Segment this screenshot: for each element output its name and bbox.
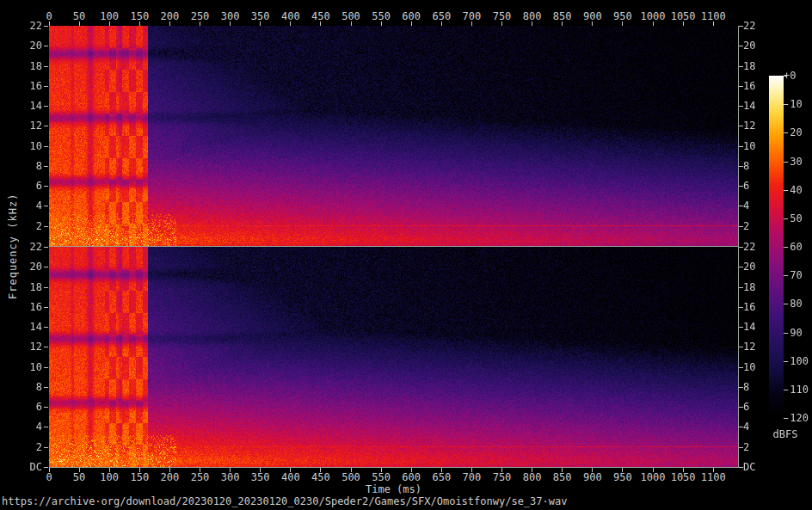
- freq-tick-label-right: 2: [743, 442, 749, 452]
- freq-tick-label-right: 4: [743, 421, 749, 432]
- freq-tick-left: [44, 106, 48, 107]
- freq-tick-label-right: 20: [743, 261, 755, 272]
- freq-tick-left: [44, 427, 48, 427]
- freq-tick-left: [44, 126, 48, 126]
- freq-tick-label-right: 14: [743, 322, 755, 332]
- time-tick-label-top: 1050: [671, 11, 696, 22]
- time-tick-label-top: 550: [372, 11, 391, 22]
- freq-tick-label-left: 18: [5, 61, 42, 71]
- time-tick-label-bottom: 850: [553, 472, 572, 482]
- time-tick-label-bottom: 700: [463, 472, 482, 482]
- time-tick-label-bottom: 650: [432, 472, 451, 482]
- spectrogram-channel-1-canvas: [49, 26, 738, 246]
- time-tick-label-top: 350: [251, 11, 270, 22]
- freq-tick-left: [44, 226, 48, 227]
- freq-tick-label-right: 2: [743, 221, 749, 231]
- time-tick-label-bottom: 1100: [701, 472, 726, 482]
- freq-tick-label-right: 22: [743, 21, 755, 31]
- time-tick-label-bottom: 550: [372, 472, 391, 482]
- freq-tick-left: [44, 287, 48, 288]
- freq-tick-label-right: 16: [743, 81, 755, 91]
- time-tick-label-top: 50: [73, 11, 85, 22]
- colorbar-unit-label: dBFS: [765, 429, 806, 439]
- freq-tick-label-right: 20: [743, 40, 755, 51]
- colorbar-tick-label: -30: [784, 157, 803, 167]
- freq-tick-left: [44, 267, 48, 267]
- freq-tick-left: [44, 247, 48, 248]
- freq-tick-left: [44, 367, 48, 368]
- freq-tick-label-right: 12: [743, 341, 755, 352]
- freq-tick-label-left: 4: [5, 200, 42, 211]
- freq-tick-left: [44, 387, 48, 388]
- freq-tick-label-left: 18: [5, 282, 42, 292]
- time-tick-label-top: 450: [311, 11, 330, 22]
- colorbar-tick-label: -70: [784, 270, 803, 280]
- time-tick-label-top: 500: [341, 11, 360, 22]
- time-tick-label-bottom: 1000: [641, 472, 666, 482]
- freq-tick-label-right: 4: [743, 200, 749, 211]
- freq-tick-label-left: 16: [5, 302, 42, 312]
- time-tick-label-bottom: 950: [613, 472, 632, 482]
- time-tick-label-top: 950: [613, 11, 632, 22]
- colorbar-tick-label: -120: [784, 413, 809, 423]
- time-tick-label-bottom: 250: [191, 472, 210, 482]
- spectrogram-screenshot: Frequency (kHz) 005050100100150150200200…: [0, 0, 812, 510]
- colorbar-tick-label: -20: [784, 127, 803, 138]
- freq-tick-label-right: 10: [743, 141, 755, 151]
- freq-tick-left: [44, 66, 48, 67]
- freq-tick-left: [44, 327, 48, 328]
- freq-tick-left: [44, 86, 48, 87]
- colorbar-tick-label: -90: [784, 328, 803, 338]
- freq-tick-label-left: DC: [5, 462, 42, 472]
- colorbar-tick-label: +0: [784, 71, 796, 81]
- freq-tick-label-left: 8: [5, 161, 42, 171]
- colorbar-tick-label: -110: [784, 384, 809, 395]
- freq-tick-label-left: 12: [5, 341, 42, 352]
- time-tick-label-top: 150: [130, 11, 149, 22]
- freq-tick-label-left: 2: [5, 221, 42, 231]
- time-tick-label-bottom: 500: [341, 472, 360, 482]
- freq-tick-left: [44, 166, 48, 167]
- time-tick-label-top: 650: [432, 11, 451, 22]
- freq-tick-label-right: 16: [743, 302, 755, 312]
- time-tick-label-top: 700: [463, 11, 482, 22]
- time-tick-label-top: 0: [46, 11, 52, 22]
- time-tick-label-bottom: 600: [402, 472, 421, 482]
- time-tick-label-bottom: 100: [100, 472, 119, 482]
- freq-tick-left: [44, 186, 48, 187]
- freq-tick-left: [44, 146, 48, 147]
- colorbar-tick-label: -60: [784, 242, 803, 252]
- freq-tick-label-right: 18: [743, 282, 755, 292]
- time-tick-label-bottom: 50: [73, 472, 85, 482]
- freq-tick-label-right: 6: [743, 181, 749, 191]
- time-tick-label-top: 250: [191, 11, 210, 22]
- colorbar-gradient: [769, 76, 784, 418]
- time-tick-label-bottom: 0: [46, 472, 52, 482]
- freq-tick-label-left: 14: [5, 101, 42, 111]
- freq-tick-label-left: 6: [5, 181, 42, 191]
- time-tick-label-bottom: 200: [161, 472, 180, 482]
- freq-tick-label-right: 8: [743, 161, 749, 171]
- time-tick-label-bottom: 400: [281, 472, 300, 482]
- colorbar-tick-label: -100: [784, 356, 809, 366]
- time-tick-label-top: 300: [221, 11, 240, 22]
- freq-tick-label-left: 22: [5, 242, 42, 252]
- freq-tick-label-right: 10: [743, 362, 755, 372]
- freq-tick-label-left: 10: [5, 362, 42, 372]
- bottom-axis-line: [49, 467, 739, 468]
- freq-tick-label-right: 22: [743, 242, 755, 252]
- time-tick-label-top: 400: [281, 11, 300, 22]
- colorbar-tick-label: -10: [784, 99, 803, 109]
- time-tick-label-top: 1100: [701, 11, 726, 22]
- freq-tick-label-right: 8: [743, 382, 749, 392]
- time-tick-label-bottom: 150: [130, 472, 149, 482]
- time-tick-label-top: 850: [553, 11, 572, 22]
- spectrogram-channel-2-canvas: [49, 247, 738, 467]
- time-tick-label-top: 900: [583, 11, 602, 22]
- freq-tick-left: [44, 26, 48, 27]
- freq-tick-left: [44, 206, 48, 206]
- time-tick-label-bottom: 900: [583, 472, 602, 482]
- freq-tick-label-left: 20: [5, 261, 42, 272]
- freq-tick-label-right: 6: [743, 402, 749, 412]
- time-axis-label: Time (ms): [49, 484, 738, 495]
